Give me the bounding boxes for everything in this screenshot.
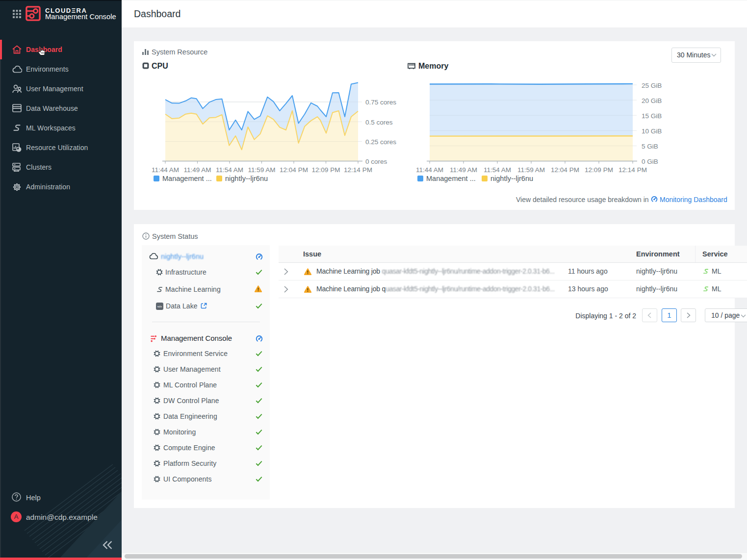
svg-text:11:44 AM: 11:44 AM [152, 166, 179, 174]
svg-text:12:09 PM: 12:09 PM [585, 166, 613, 174]
svg-text:11:59 AM: 11:59 AM [517, 166, 545, 174]
svg-text:sdx: sdx [157, 305, 162, 308]
svg-text:11:54 AM: 11:54 AM [484, 166, 511, 174]
svg-text:11:44 AM: 11:44 AM [416, 166, 443, 174]
svg-text:nightly--ljr6nu: nightly--ljr6nu [490, 175, 533, 182]
svg-text:25 GiB: 25 GiB [642, 82, 662, 89]
svg-text:11:49 AM: 11:49 AM [183, 166, 211, 174]
svg-text:11:59 AM: 11:59 AM [248, 166, 275, 174]
svg-text:11:54 AM: 11:54 AM [216, 166, 243, 174]
svg-text:nightly--ljr6nu: nightly--ljr6nu [225, 175, 268, 182]
svg-text:11:49 AM: 11:49 AM [450, 166, 477, 174]
svg-text:Management ...: Management ... [162, 175, 212, 182]
svg-text:5 GiB: 5 GiB [642, 143, 658, 150]
svg-text:0 cores: 0 cores [365, 158, 387, 165]
svg-text:12:04 PM: 12:04 PM [551, 166, 579, 174]
svg-text:12:09 PM: 12:09 PM [312, 166, 340, 174]
svg-text:0.25 cores: 0.25 cores [365, 138, 396, 146]
svg-text:20 GiB: 20 GiB [642, 97, 662, 104]
svg-text:Management ...: Management ... [426, 175, 476, 182]
svg-text:0 GiB: 0 GiB [642, 158, 658, 165]
svg-text:12:04 PM: 12:04 PM [280, 166, 308, 174]
svg-text:0.5 cores: 0.5 cores [365, 119, 393, 126]
svg-text:12:14 PM: 12:14 PM [618, 166, 647, 174]
svg-text:15 GiB: 15 GiB [642, 112, 662, 120]
svg-text:0.75 cores: 0.75 cores [365, 99, 396, 106]
svg-text:10 GiB: 10 GiB [642, 127, 662, 135]
svg-text:12:14 PM: 12:14 PM [344, 166, 372, 174]
